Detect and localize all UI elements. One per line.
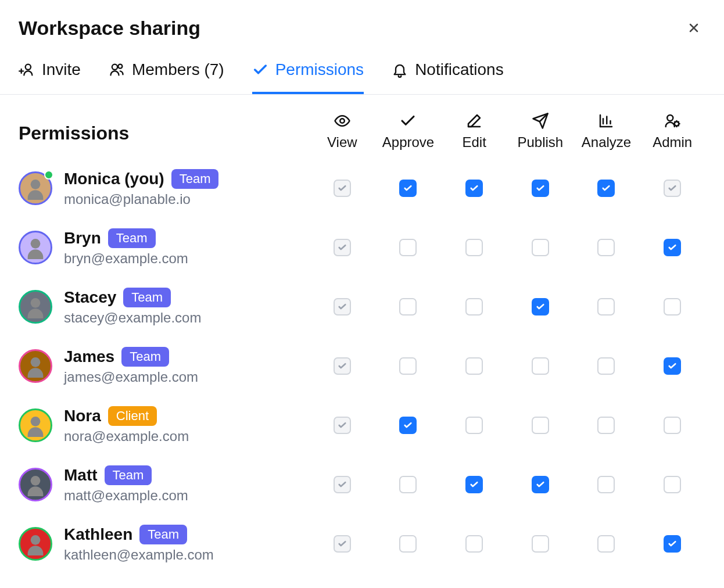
tab-permissions[interactable]: Permissions (252, 60, 364, 94)
avatar[interactable] (19, 349, 52, 383)
publish-icon (507, 112, 574, 130)
tab-label: Permissions (275, 60, 364, 79)
avatar[interactable] (19, 290, 52, 324)
permission-checkbox-admin[interactable] (664, 239, 681, 256)
role-badge: Team (171, 169, 219, 189)
column-label: View (309, 134, 375, 150)
permission-checkbox-analyze[interactable] (597, 535, 615, 553)
column-label: Analyze (574, 134, 640, 150)
permission-checkbox-analyze[interactable] (597, 357, 615, 375)
svg-point-10 (31, 417, 41, 426)
permission-checkbox-approve[interactable] (399, 535, 417, 553)
member-row: KathleenTeamkathleen@example.com (19, 514, 309, 573)
member-name: Bryn (64, 229, 101, 248)
member-name: Nora (64, 407, 101, 425)
permission-checkbox-view (334, 476, 351, 493)
permission-checkbox-publish[interactable] (532, 417, 549, 434)
permission-checkbox-publish[interactable] (532, 239, 549, 256)
permission-checkbox-approve[interactable] (399, 239, 417, 256)
svg-point-11 (31, 476, 41, 486)
section-title: Permissions (19, 123, 309, 144)
svg-point-2 (118, 64, 122, 69)
member-email: bryn@example.com (64, 250, 188, 267)
tab-notifications[interactable]: Notifications (392, 60, 504, 94)
permission-checkbox-analyze[interactable] (597, 417, 615, 434)
permission-checkbox-approve[interactable] (399, 180, 417, 197)
role-badge: Team (108, 228, 156, 248)
permission-checkbox-admin[interactable] (664, 417, 681, 434)
permission-checkbox-publish[interactable] (532, 476, 549, 493)
permission-checkbox-edit[interactable] (465, 476, 483, 493)
svg-point-12 (31, 535, 41, 545)
permission-checkbox-edit[interactable] (465, 417, 483, 434)
permission-checkbox-approve[interactable] (399, 476, 417, 493)
column-label: Admin (639, 134, 705, 150)
analyze-icon (574, 112, 640, 130)
check-icon (252, 62, 268, 78)
close-button[interactable] (682, 16, 705, 40)
close-icon (687, 21, 701, 35)
permission-checkbox-edit[interactable] (465, 535, 483, 553)
permission-checkbox-view (334, 180, 351, 197)
role-badge: Team (139, 525, 187, 544)
member-email: monica@planable.io (64, 191, 218, 207)
permission-checkbox-view (334, 417, 351, 434)
permission-checkbox-view (334, 239, 351, 256)
avatar[interactable] (19, 408, 52, 442)
permission-checkbox-admin[interactable] (664, 357, 681, 375)
permission-checkbox-approve[interactable] (399, 298, 417, 315)
column-header-edit: Edit (441, 112, 507, 159)
permission-checkbox-edit[interactable] (465, 357, 483, 375)
role-badge: Team (121, 347, 169, 367)
permission-checkbox-edit[interactable] (465, 180, 483, 197)
permission-checkbox-publish[interactable] (532, 357, 549, 375)
tab-members[interactable]: Members (7) (109, 60, 224, 94)
member-name: Kathleen (64, 525, 132, 544)
permission-checkbox-view (334, 298, 351, 315)
permission-checkbox-edit[interactable] (465, 298, 483, 315)
permission-checkbox-analyze[interactable] (597, 239, 615, 256)
role-badge: Team (105, 465, 152, 485)
avatar[interactable] (19, 468, 52, 501)
permission-checkbox-approve[interactable] (399, 357, 417, 375)
role-badge: Client (108, 406, 157, 426)
permission-checkbox-admin[interactable] (664, 298, 681, 315)
member-row: BrynTeambryn@example.com (19, 218, 309, 277)
member-row: MattTeammatt@example.com (19, 455, 309, 514)
permission-checkbox-approve[interactable] (399, 417, 417, 434)
tab-invite[interactable]: Invite (19, 60, 81, 94)
permission-checkbox-analyze[interactable] (597, 180, 615, 197)
member-row: NoraClientnora@example.com (19, 396, 309, 455)
user-plus-icon (19, 62, 35, 78)
permission-checkbox-admin[interactable] (664, 476, 681, 493)
svg-point-9 (31, 357, 41, 367)
member-email: nora@example.com (64, 428, 189, 444)
member-email: stacey@example.com (64, 310, 201, 326)
svg-point-8 (31, 298, 41, 308)
svg-point-3 (340, 119, 345, 123)
permission-checkbox-analyze[interactable] (597, 476, 615, 493)
column-label: Publish (507, 134, 574, 150)
permission-checkbox-edit[interactable] (465, 239, 483, 256)
permission-checkbox-analyze[interactable] (597, 298, 615, 315)
svg-point-7 (31, 239, 41, 249)
permission-checkbox-publish[interactable] (532, 298, 549, 315)
avatar[interactable] (19, 527, 52, 561)
view-icon (309, 112, 375, 130)
member-email: james@example.com (64, 369, 198, 385)
member-name: Matt (64, 466, 98, 485)
member-name: James (64, 347, 114, 366)
admin-icon (639, 112, 705, 130)
users-icon (109, 62, 125, 78)
member-name: Monica (you) (64, 170, 164, 188)
member-row: Monica (you)Teammonica@planable.io (19, 159, 309, 218)
approve-icon (375, 112, 442, 130)
permission-checkbox-publish[interactable] (532, 535, 549, 553)
permission-checkbox-publish[interactable] (532, 180, 549, 197)
role-badge: Team (123, 288, 171, 307)
tab-label: Members (7) (132, 60, 224, 79)
modal-title: Workspace sharing (19, 17, 200, 40)
svg-point-6 (31, 180, 41, 189)
avatar[interactable] (19, 231, 52, 264)
permission-checkbox-admin[interactable] (664, 535, 681, 553)
